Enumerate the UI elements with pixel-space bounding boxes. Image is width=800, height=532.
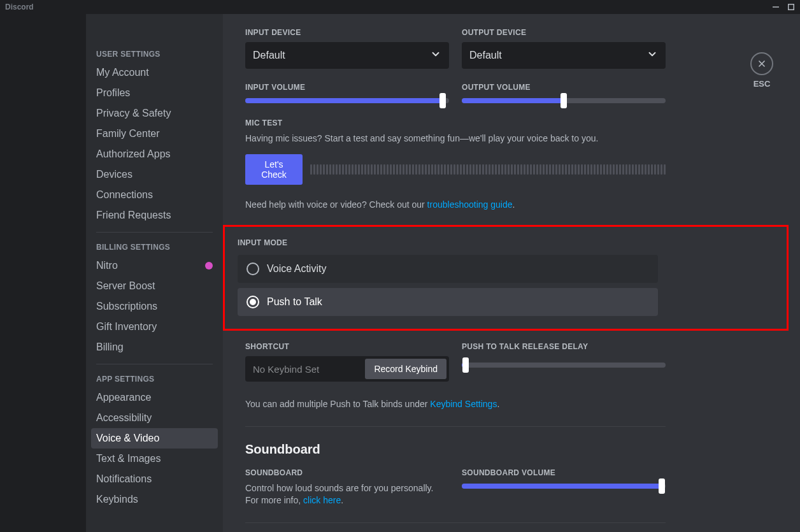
mic-bar xyxy=(610,164,611,175)
mic-bar xyxy=(546,164,548,175)
sidebar-item-label: Family Center xyxy=(96,128,160,140)
mic-bar xyxy=(326,164,328,175)
mic-bar xyxy=(450,164,452,175)
shortcut-label: SHORTCUT xyxy=(245,342,449,351)
sidebar-item-server-boost[interactable]: Server Boost xyxy=(91,276,218,296)
mic-bar xyxy=(594,164,596,175)
sidebar-item-notifications[interactable]: Notifications xyxy=(91,469,218,489)
sidebar-item-my-account[interactable]: My Account xyxy=(91,62,218,83)
record-keybind-button[interactable]: Record Keybind xyxy=(365,359,446,379)
mic-bar xyxy=(444,164,446,175)
soundboard-link[interactable]: click here xyxy=(303,495,341,505)
mic-bar xyxy=(399,164,401,175)
slider-thumb[interactable] xyxy=(659,478,665,494)
mic-bar xyxy=(638,164,640,175)
mic-bar xyxy=(352,164,354,175)
soundboard-volume-slider[interactable] xyxy=(462,484,666,489)
mic-test-button[interactable]: Let's Check xyxy=(245,154,303,185)
keybind-settings-link[interactable]: Keybind Settings xyxy=(430,399,497,409)
window-minimize[interactable] xyxy=(772,3,780,11)
mic-bar xyxy=(517,164,519,175)
mic-bar xyxy=(390,164,392,175)
mic-bar xyxy=(524,164,525,175)
sidebar-item-subscriptions[interactable]: Subscriptions xyxy=(91,296,218,317)
mic-test-desc: Having mic issues? Start a test and say … xyxy=(245,133,666,145)
mic-bar xyxy=(597,164,599,175)
sidebar-item-nitro[interactable]: Nitro xyxy=(91,255,218,276)
input-device-select[interactable]: Default xyxy=(245,42,449,69)
mic-bar xyxy=(466,164,468,175)
sidebar-item-billing[interactable]: Billing xyxy=(91,337,218,357)
mic-bar xyxy=(476,164,478,175)
sidebar-heading-user: USER SETTINGS xyxy=(91,46,218,62)
mic-bar xyxy=(495,164,497,175)
mic-bar xyxy=(552,164,554,175)
mic-bar xyxy=(664,164,666,175)
sidebar-item-voice-video[interactable]: Voice & Video xyxy=(91,428,218,449)
output-device-select[interactable]: Default xyxy=(462,42,666,69)
sidebar-item-devices[interactable]: Devices xyxy=(91,164,218,185)
slider-thumb[interactable] xyxy=(462,357,469,373)
close-settings-button[interactable] xyxy=(750,52,773,75)
slider-thumb[interactable] xyxy=(439,93,446,108)
mic-bar xyxy=(332,164,334,175)
sidebar-item-friend-requests[interactable]: Friend Requests xyxy=(91,205,218,226)
mic-bar xyxy=(485,164,487,175)
mic-bar xyxy=(371,164,373,175)
sidebar-item-label: Gift Inventory xyxy=(96,321,157,333)
sidebar-item-authorized-apps[interactable]: Authorized Apps xyxy=(91,144,218,164)
input-mode-push-to-talk[interactable]: Push to Talk xyxy=(238,288,658,316)
mic-bar xyxy=(590,164,592,175)
slider-thumb[interactable] xyxy=(561,93,567,108)
radio-icon xyxy=(246,262,259,275)
ptt-delay-slider[interactable] xyxy=(462,363,666,368)
mic-bar xyxy=(469,164,471,175)
sidebar-item-keybinds[interactable]: Keybinds xyxy=(91,489,218,510)
mic-help-text: Need help with voice or video? Check out… xyxy=(245,199,666,212)
mic-bar xyxy=(539,164,541,175)
sidebar-item-label: Connections xyxy=(96,189,153,201)
mic-bar xyxy=(622,164,624,175)
sidebar-divider xyxy=(96,232,213,233)
sidebar-heading-app: APP SETTINGS xyxy=(91,371,218,387)
mic-bar xyxy=(355,164,357,175)
sidebar-item-connections[interactable]: Connections xyxy=(91,185,218,205)
mic-bar xyxy=(625,164,627,175)
sidebar-item-profiles[interactable]: Profiles xyxy=(91,83,218,103)
input-mode-voice-activity[interactable]: Voice Activity xyxy=(238,255,658,283)
mic-bar xyxy=(578,164,580,175)
keybind-input[interactable]: No Keybind Set Record Keybind xyxy=(245,356,449,382)
mic-bar xyxy=(473,164,475,175)
mic-bar xyxy=(603,164,605,175)
left-gutter xyxy=(0,14,86,532)
window-maximize[interactable] xyxy=(787,3,795,11)
soundboard-desc: Control how loud sounds are for you pers… xyxy=(245,482,449,507)
mic-bar xyxy=(415,164,417,175)
close-esc-label: ESC xyxy=(754,79,771,89)
mic-bar xyxy=(428,164,430,175)
mic-bar xyxy=(619,164,621,175)
mic-bar xyxy=(479,164,481,175)
sidebar-item-appearance[interactable]: Appearance xyxy=(91,387,218,408)
sidebar-item-label: Voice & Video xyxy=(96,433,159,444)
sidebar-item-accessibility[interactable]: Accessibility xyxy=(91,408,218,428)
mic-bar xyxy=(431,164,433,175)
output-volume-label: OUTPUT VOLUME xyxy=(462,83,666,92)
input-mode-label: INPUT MODE xyxy=(238,238,774,247)
mic-bar xyxy=(368,164,369,175)
input-volume-label: INPUT VOLUME xyxy=(245,83,449,92)
troubleshooting-link[interactable]: troubleshooting guide xyxy=(427,199,513,210)
sidebar-item-gift-inventory[interactable]: Gift Inventory xyxy=(91,317,218,337)
sidebar-item-family-center[interactable]: Family Center xyxy=(91,124,218,144)
radio-label: Voice Activity xyxy=(267,263,326,275)
sidebar-item-text-images[interactable]: Text & Images xyxy=(91,449,218,469)
mic-bar xyxy=(339,164,341,175)
mic-bar xyxy=(329,164,331,175)
input-volume-slider[interactable] xyxy=(245,98,449,103)
sidebar-item-label: Keybinds xyxy=(96,494,138,505)
sidebar-item-label: Billing xyxy=(96,341,124,353)
output-volume-slider[interactable] xyxy=(462,98,666,103)
sidebar-item-privacy-safety[interactable]: Privacy & Safety xyxy=(91,103,218,124)
mic-bar xyxy=(641,164,643,175)
mic-bar xyxy=(511,164,513,175)
